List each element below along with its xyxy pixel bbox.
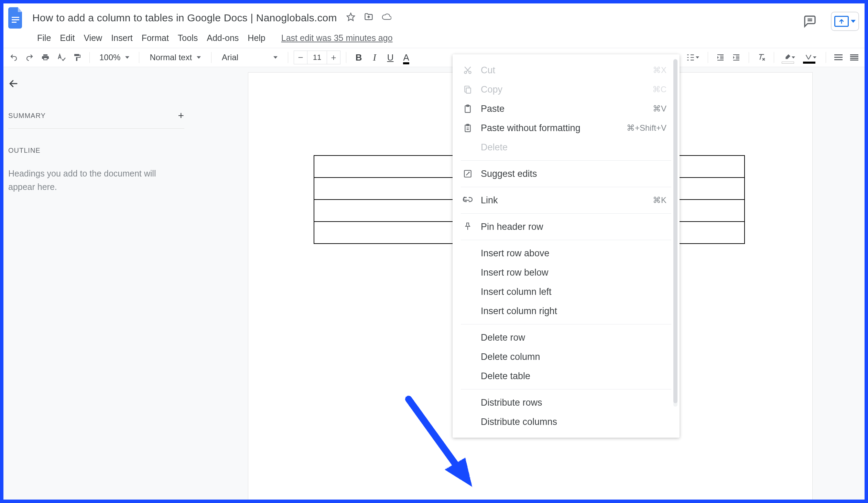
svg-rect-2 [12,22,17,23]
cm-insert-col-left[interactable]: Insert column left [453,282,680,301]
italic-button[interactable]: I [368,51,381,64]
cm-insert-row-above[interactable]: Insert row above [453,244,680,263]
font-family-select[interactable]: Arial [217,51,282,64]
clear-formatting-button[interactable] [755,51,768,64]
move-icon[interactable] [364,12,373,22]
docs-logo[interactable] [7,6,25,30]
menu-view[interactable]: View [84,33,102,43]
menu-toggle-2[interactable] [847,51,861,64]
spellcheck-button[interactable] [54,51,68,64]
line-spacing-button[interactable] [683,51,702,64]
suggest-icon [462,168,473,179]
chevron-down-icon [197,56,201,59]
outline-title: OUTLINE [8,146,184,154]
svg-marker-3 [347,13,354,21]
svg-rect-9 [850,54,858,55]
cm-delete-table[interactable]: Delete table [453,367,680,386]
cloud-status-icon[interactable] [382,12,391,22]
menu-insert[interactable]: Insert [111,33,133,43]
context-menu-scrollbar[interactable] [673,59,678,407]
decrease-indent-button[interactable] [714,51,727,64]
svg-rect-12 [850,60,858,61]
font-size-increase[interactable]: + [327,51,340,64]
svg-rect-6 [834,54,843,55]
cm-delete-row[interactable]: Delete row [453,328,680,347]
increase-indent-button[interactable] [730,51,743,64]
last-edit-link[interactable]: Last edit was 35 minutes ago [281,33,393,43]
menu-format[interactable]: Format [142,33,169,43]
cm-delete-col[interactable]: Delete column [453,347,680,367]
link-icon [462,195,473,206]
pin-icon [462,221,473,232]
svg-rect-15 [466,88,471,93]
menu-edit[interactable]: Edit [60,33,75,43]
outline-sidebar: SUMMARY + OUTLINE Headings you add to th… [0,67,193,501]
menu-addons[interactable]: Add-ons [207,33,239,43]
svg-rect-8 [834,59,843,60]
undo-button[interactable] [7,51,21,64]
cm-copy: Copy ⌘C [453,80,680,99]
redo-button[interactable] [23,51,37,64]
cut-icon [462,65,473,76]
context-menu: Cut ⌘X Copy ⌘C Paste ⌘V Paste without fo… [453,54,680,438]
paste-plain-icon [462,123,473,133]
cm-insert-col-right[interactable]: Insert column right [453,301,680,321]
star-icon[interactable] [346,12,355,22]
menu-help[interactable]: Help [248,33,265,43]
paint-format-button[interactable] [70,51,84,64]
highlight-color-button[interactable] [779,51,799,64]
doc-title[interactable]: How to add a column to tables in Google … [32,12,337,23]
collapse-outline-button[interactable] [8,77,22,91]
underline-highlighter-button[interactable] [801,51,820,64]
chevron-down-icon [125,56,129,59]
copy-icon [462,84,473,95]
cm-pin-header[interactable]: Pin header row [453,217,680,236]
menu-file[interactable]: File [37,33,51,43]
print-button[interactable] [39,51,52,64]
zoom-select[interactable]: 100% [95,51,133,64]
toolbar: 100% Normal text Arial − 11 + B I U A [0,48,868,67]
svg-point-13 [464,71,467,74]
svg-rect-1 [12,19,19,20]
add-summary-button[interactable]: + [178,110,184,122]
cm-paste-plain[interactable]: Paste without formatting ⌘+Shift+V [453,119,680,137]
bold-button[interactable]: B [352,51,365,64]
cm-distribute-cols[interactable]: Distribute columns [453,412,680,431]
cm-suggest-edits[interactable]: Suggest edits [453,164,680,183]
svg-rect-7 [834,57,843,58]
share-button[interactable] [831,12,859,31]
font-size-value[interactable]: 11 [308,51,327,64]
text-color-button[interactable]: A [399,51,413,64]
font-size-decrease[interactable]: − [294,51,308,64]
svg-point-14 [469,71,471,74]
menubar: File Edit View Insert Format Tools Add-o… [0,30,868,48]
zoom-value: 100% [100,53,120,62]
cm-paste[interactable]: Paste ⌘V [453,99,680,119]
cm-link[interactable]: Link ⌘K [453,191,680,210]
menu-toggle-1[interactable] [831,51,845,64]
svg-rect-10 [850,56,858,57]
outline-placeholder: Headings you add to the document will ap… [8,167,184,194]
paragraph-style-value: Normal text [149,53,192,62]
chevron-down-icon [273,56,278,59]
open-comments-button[interactable] [802,13,818,29]
svg-rect-0 [12,17,19,18]
menu-tools[interactable]: Tools [178,33,198,43]
paragraph-style-select[interactable]: Normal text [145,51,206,64]
font-family-value: Arial [222,53,238,62]
underline-button[interactable]: U [383,51,397,64]
share-caret-icon[interactable] [851,19,856,24]
cm-delete: Delete [453,137,680,157]
summary-title: SUMMARY [8,112,46,120]
svg-rect-11 [850,58,858,59]
paste-icon [462,103,473,114]
cm-distribute-rows[interactable]: Distribute rows [453,393,680,412]
cm-cut: Cut ⌘X [453,61,680,80]
cm-insert-row-below[interactable]: Insert row below [453,263,680,282]
